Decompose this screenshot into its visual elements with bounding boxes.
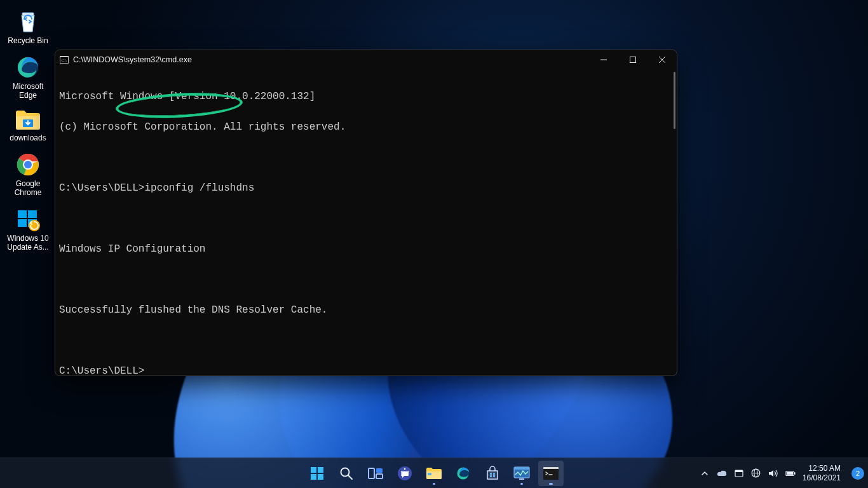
tray-battery-icon[interactable] [785, 468, 796, 478]
edge-icon [15, 55, 41, 80]
task-view-icon [368, 466, 383, 480]
start-icon [309, 466, 325, 481]
desktop-icons: Recycle Bin Microsoft Edge downloads Go [3, 5, 54, 257]
folder-icon [15, 109, 41, 132]
svg-rect-26 [376, 474, 383, 478]
windows-update-icon [15, 207, 41, 232]
cmd-output-line [59, 336, 673, 346]
chat-icon [397, 466, 412, 481]
close-button[interactable] [648, 50, 677, 69]
cmd-output-line: Windows IP Configuration [59, 244, 673, 254]
desktop-icon-recycle-bin[interactable]: Recycle Bin [3, 5, 53, 51]
cmd-output-line [59, 274, 673, 285]
cmd-output-line: (c) Microsoft Corporation. All rights re… [59, 122, 673, 132]
tray-date: 16/08/2021 [803, 473, 841, 482]
minimize-button[interactable] [589, 50, 618, 69]
tray-time: 12:50 AM [803, 464, 841, 473]
svg-rect-7 [28, 210, 37, 218]
svg-rect-36 [514, 467, 529, 470]
taskbar-search[interactable] [334, 461, 359, 486]
store-icon [485, 466, 500, 481]
chrome-icon [15, 152, 41, 177]
svg-rect-32 [493, 473, 495, 475]
cmd-output-line [59, 214, 673, 224]
taskbar-task-view[interactable] [363, 461, 388, 486]
taskbar: 12:50 AM 16/08/2021 2 [0, 458, 868, 488]
cmd-output-line: C:\Users\DELL> [59, 366, 673, 376]
svg-rect-6 [18, 210, 27, 218]
desktop-icon-label: downloads [10, 133, 46, 142]
cmd-title-text: C:\WINDOWS\system32\cmd.exe [73, 55, 192, 64]
svg-text:C:\: C:\ [62, 58, 67, 63]
svg-line-23 [348, 475, 352, 479]
svg-rect-46 [787, 471, 793, 474]
svg-rect-25 [376, 468, 383, 473]
desktop-icon-chrome[interactable]: Google Chrome [3, 148, 53, 203]
svg-rect-21 [318, 474, 323, 480]
recycle-bin-icon [15, 9, 41, 34]
tray-clock[interactable]: 12:50 AM 16/08/2021 [803, 464, 842, 482]
search-icon [339, 466, 353, 480]
tray-language-icon[interactable] [751, 468, 761, 478]
taskbar-explorer[interactable] [421, 461, 447, 486]
svg-rect-24 [369, 468, 374, 478]
cmd-window[interactable]: C:\ C:\WINDOWS\system32\cmd.exe Microsof… [55, 50, 677, 376]
svg-rect-34 [493, 475, 495, 477]
desktop-icon-edge[interactable]: Microsoft Edge [3, 51, 53, 105]
svg-rect-29 [428, 473, 431, 475]
taskbar-edge[interactable] [451, 461, 476, 486]
svg-rect-47 [794, 472, 796, 475]
desktop-icon-label: Recycle Bin [8, 36, 48, 45]
desktop-icon-label: Windows 10 Update As... [7, 234, 48, 252]
cmd-icon [543, 467, 559, 480]
svg-rect-31 [490, 473, 492, 475]
explorer-icon [426, 466, 442, 480]
taskbar-center [304, 461, 564, 486]
desktop-icon-win10-update[interactable]: Windows 10 Update As... [3, 203, 53, 257]
taskbar-start[interactable] [304, 461, 330, 486]
cmd-titlebar-icon: C:\ [55, 56, 73, 64]
desktop-icon-downloads[interactable]: downloads [3, 105, 53, 148]
cmd-output-line [59, 152, 673, 163]
tray-chevron-up-icon[interactable] [700, 468, 710, 478]
svg-rect-8 [18, 219, 27, 227]
cmd-output-line: Successfully flushed the DNS Resolver Ca… [59, 305, 673, 315]
taskbar-chat[interactable] [392, 461, 417, 486]
desktop-icon-label: Microsoft Edge [13, 82, 44, 100]
cmd-output-line: Microsoft Windows [Version 10.0.22000.13… [59, 92, 673, 102]
svg-point-28 [404, 468, 406, 470]
tray-notification-badge[interactable]: 2 [851, 467, 864, 480]
cmd-titlebar[interactable]: C:\ C:\WINDOWS\system32\cmd.exe [55, 50, 677, 69]
cmd-scrollbar[interactable] [674, 72, 675, 129]
svg-rect-20 [311, 474, 316, 480]
maximize-button[interactable] [618, 50, 648, 69]
svg-rect-18 [311, 467, 316, 473]
svg-point-5 [24, 161, 32, 168]
tray-onedrive-icon[interactable] [717, 468, 727, 478]
tray-security-icon[interactable] [734, 468, 744, 478]
system-tray: 12:50 AM 16/08/2021 2 [700, 458, 864, 489]
edge-icon [456, 466, 471, 481]
taskbar-cmd[interactable] [538, 461, 564, 486]
taskbar-monitor[interactable] [509, 461, 534, 486]
svg-rect-15 [630, 57, 636, 63]
svg-rect-41 [735, 470, 743, 472]
monitor-icon [513, 466, 530, 480]
svg-rect-37 [519, 478, 524, 480]
cmd-output[interactable]: Microsoft Windows [Version 10.0.22000.13… [55, 69, 677, 376]
svg-rect-19 [318, 467, 323, 473]
cmd-output-line: C:\Users\DELL>ipconfig /flushdns [59, 183, 673, 193]
taskbar-store[interactable] [480, 461, 505, 486]
tray-volume-icon[interactable] [768, 468, 778, 478]
svg-rect-33 [490, 475, 492, 477]
desktop-icon-label: Google Chrome [15, 179, 42, 197]
